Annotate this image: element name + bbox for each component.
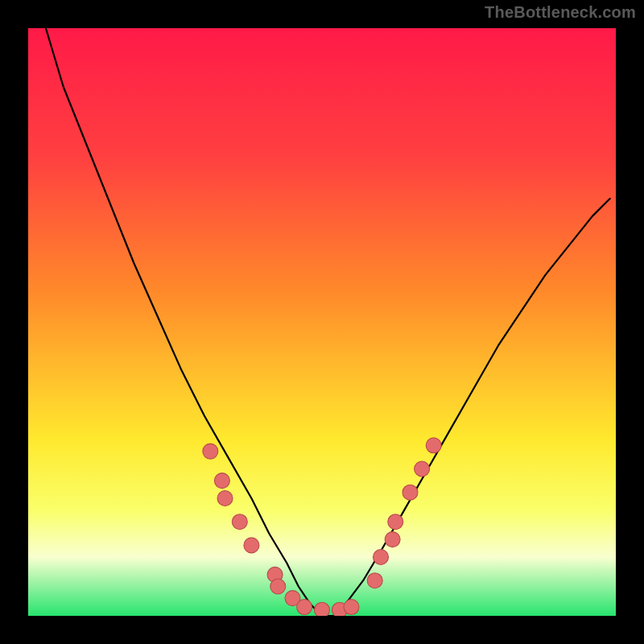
data-point xyxy=(388,514,403,530)
data-point xyxy=(385,532,400,547)
data-point xyxy=(214,473,229,489)
data-point xyxy=(232,514,247,530)
chart-frame: TheBottleneck.com xyxy=(0,0,644,644)
data-point xyxy=(367,573,382,588)
data-point xyxy=(426,438,441,453)
data-point xyxy=(297,600,312,615)
data-point xyxy=(315,602,330,616)
data-point xyxy=(344,600,359,615)
watermark-text: TheBottleneck.com xyxy=(485,3,636,22)
plot-area xyxy=(28,28,616,616)
data-point xyxy=(217,491,233,506)
data-point xyxy=(415,461,430,477)
data-point xyxy=(402,485,418,500)
data-point xyxy=(374,550,389,565)
plot-svg xyxy=(28,28,616,616)
data-point xyxy=(270,579,286,594)
data-point xyxy=(203,444,218,459)
data-point xyxy=(244,538,259,553)
gradient-background xyxy=(28,28,616,616)
